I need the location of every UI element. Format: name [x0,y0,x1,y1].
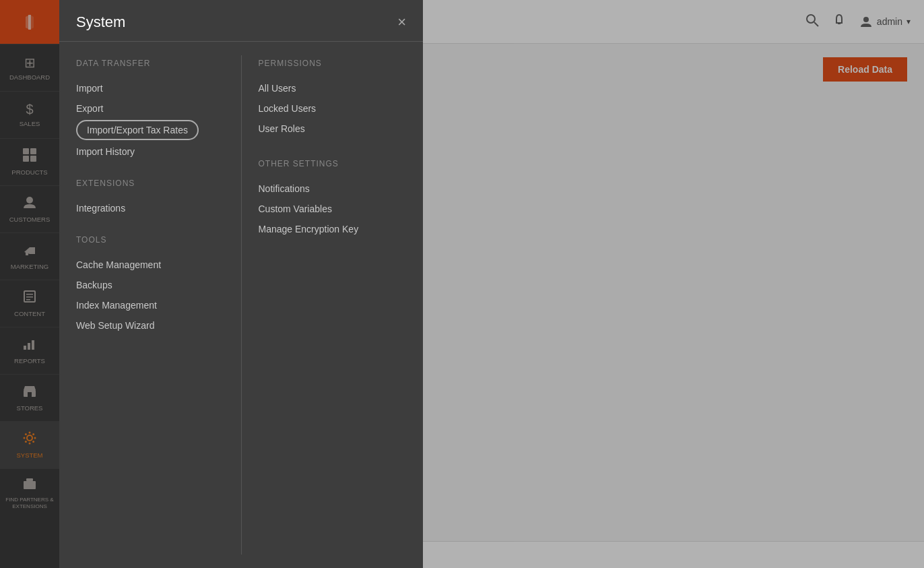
menu-import-history[interactable]: Import History [76,141,224,162]
menu-import-export-tax[interactable]: Import/Export Tax Rates [76,120,199,140]
menu-cache-management[interactable]: Cache Management [76,255,224,275]
menu-import[interactable]: Import [76,78,224,98]
menu-integrations[interactable]: Integrations [76,198,224,218]
other-settings-heading: Other Settings [259,159,407,168]
modal-close-button[interactable]: × [397,13,406,31]
menu-notifications[interactable]: Notifications [259,179,407,199]
menu-index-management[interactable]: Index Management [76,295,224,315]
menu-export[interactable]: Export [76,98,224,119]
modal-title: System [76,13,125,31]
modal-right-column: Permissions All Users Locked Users User … [241,55,424,555]
extensions-heading: Extensions [76,179,224,188]
menu-user-roles[interactable]: User Roles [259,119,407,139]
modal-left-column: Data Transfer Import Export Import/Expor… [59,55,241,555]
permissions-heading: Permissions [259,59,407,68]
tools-heading: Tools [76,235,224,245]
modal-header: System × [59,0,423,42]
menu-custom-variables[interactable]: Custom Variables [259,199,407,219]
system-modal: System × Data Transfer Import Export Imp… [59,0,423,568]
menu-manage-encryption-key[interactable]: Manage Encryption Key [259,219,407,239]
menu-backups[interactable]: Backups [76,275,224,295]
menu-web-setup-wizard[interactable]: Web Setup Wizard [76,315,224,336]
modal-body: Data Transfer Import Export Import/Expor… [59,42,423,568]
data-transfer-heading: Data Transfer [76,59,224,68]
menu-locked-users[interactable]: Locked Users [259,98,407,119]
menu-all-users[interactable]: All Users [259,78,407,98]
